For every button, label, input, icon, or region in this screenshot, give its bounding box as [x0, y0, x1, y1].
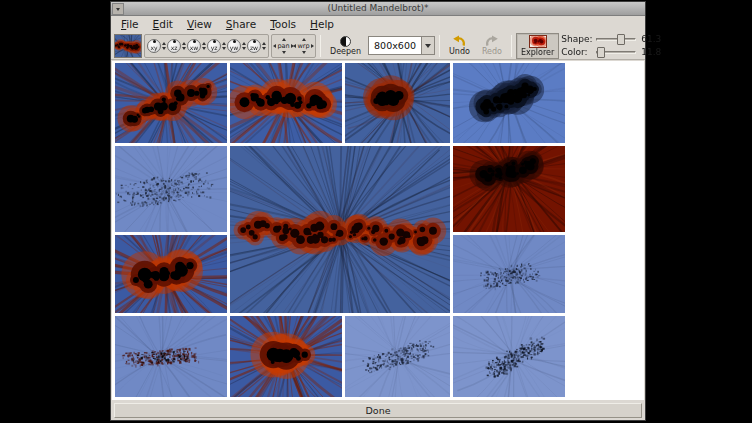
- pan-down-icon[interactable]: [282, 51, 286, 54]
- window-title: (Untitled Mandelbrot)*: [111, 2, 645, 15]
- undo-button[interactable]: Undo: [444, 33, 475, 59]
- explorer-mutation-tile[interactable]: [453, 316, 565, 397]
- menu-file[interactable]: File: [114, 16, 146, 32]
- dial-marker: [213, 40, 216, 43]
- spin-up-icon[interactable]: [242, 42, 246, 45]
- color-value: 11.8: [639, 47, 661, 57]
- size-select-dropdown-button[interactable]: [421, 37, 434, 54]
- dial-xy-spinner[interactable]: [162, 42, 166, 50]
- spin-down-icon[interactable]: [202, 47, 206, 50]
- explorer-toggle-button[interactable]: Explorer: [516, 33, 559, 59]
- spin-up-icon[interactable]: [262, 42, 266, 45]
- dial-marker: [153, 40, 156, 43]
- dial-marker: [233, 40, 236, 43]
- pan-control[interactable]: pan: [274, 38, 293, 54]
- app-window: (Untitled Mandelbrot)* File Edit View Sh…: [110, 1, 646, 421]
- menu-tools[interactable]: Tools: [263, 16, 303, 32]
- spin-down-icon[interactable]: [162, 47, 166, 50]
- warp-control[interactable]: wrp: [294, 38, 313, 54]
- warp-down-icon[interactable]: [302, 51, 306, 54]
- undo-icon: [452, 35, 466, 47]
- pan-up-icon[interactable]: [282, 38, 286, 41]
- pan-warp-group: pan wrp: [271, 34, 316, 58]
- status-text: Done: [366, 405, 391, 416]
- color-slider[interactable]: [596, 47, 636, 58]
- explorer-mutation-tile[interactable]: [345, 316, 450, 397]
- deepen-button[interactable]: Deepen: [325, 33, 366, 59]
- chevron-down-icon: [425, 44, 431, 48]
- shape-label: Shape:: [561, 34, 593, 44]
- shape-value: 61.3: [639, 34, 661, 44]
- menu-edit[interactable]: Edit: [146, 16, 180, 32]
- menu-view[interactable]: View: [180, 16, 219, 32]
- warp-left-icon[interactable]: [293, 44, 296, 48]
- dial-xw-spinner[interactable]: [202, 42, 206, 50]
- toolbar: xy xz xw yz yw zw: [111, 32, 645, 60]
- titlebar[interactable]: (Untitled Mandelbrot)*: [111, 2, 645, 16]
- explorer-mutation-tile[interactable]: [115, 63, 227, 143]
- dial-xy-knob[interactable]: xy: [147, 39, 161, 53]
- status-bar: Done: [114, 403, 642, 418]
- dial-xw[interactable]: xw: [187, 39, 206, 53]
- spin-up-icon[interactable]: [162, 42, 166, 45]
- explorer-mutation-tile[interactable]: [453, 235, 565, 313]
- dial-marker: [253, 40, 256, 43]
- dial-marker: [173, 40, 176, 43]
- warp-up-icon[interactable]: [302, 38, 306, 41]
- shape-slider-handle[interactable]: [617, 34, 625, 45]
- size-select-value: 800x600: [369, 37, 421, 54]
- pan-left-icon[interactable]: [273, 44, 276, 48]
- window-menu-button[interactable]: [112, 3, 124, 15]
- explorer-mutation-tile[interactable]: [345, 63, 450, 143]
- fractal-preview-thumbnail[interactable]: [114, 34, 142, 58]
- shape-slider[interactable]: [596, 34, 636, 45]
- explorer-mutation-tile[interactable]: [230, 316, 342, 397]
- dial-xz-knob[interactable]: xz: [167, 39, 181, 53]
- redo-button[interactable]: Redo: [477, 33, 507, 59]
- rotation-dials-group: xy xz xw yz yw zw: [144, 34, 269, 58]
- redo-icon: [485, 35, 499, 47]
- dial-yz-knob[interactable]: yz: [207, 39, 221, 53]
- dial-xz[interactable]: xz: [167, 39, 186, 53]
- window-menu-icon: [116, 8, 120, 11]
- dial-yw-knob[interactable]: yw: [227, 39, 241, 53]
- warp-label: wrp: [297, 42, 309, 50]
- color-label: Color:: [561, 47, 593, 57]
- menu-share[interactable]: Share: [219, 16, 263, 32]
- spin-down-icon[interactable]: [182, 47, 186, 50]
- explorer-mutation-tile[interactable]: [115, 146, 227, 232]
- toolbar-separator: [439, 35, 440, 57]
- spin-down-icon[interactable]: [222, 47, 226, 50]
- dial-zw-knob[interactable]: zw: [247, 39, 261, 53]
- explorer-mutation-tile[interactable]: [453, 146, 565, 232]
- spin-down-icon[interactable]: [262, 47, 266, 50]
- dial-zw-spinner[interactable]: [262, 42, 266, 50]
- explorer-mutation-tile[interactable]: [115, 316, 227, 397]
- dial-yw-spinner[interactable]: [242, 42, 246, 50]
- weirdness-sliders: Shape: 61.3 Color: 11.8: [561, 34, 663, 58]
- dial-xw-knob[interactable]: xw: [187, 39, 201, 53]
- dial-marker: [193, 40, 196, 43]
- warp-right-icon[interactable]: [311, 44, 314, 48]
- main-fractal-view[interactable]: [230, 146, 450, 313]
- size-select[interactable]: 800x600: [368, 36, 435, 55]
- menu-help[interactable]: Help: [303, 16, 341, 32]
- dial-yz-spinner[interactable]: [222, 42, 226, 50]
- toolbar-separator: [511, 35, 512, 57]
- dial-xy[interactable]: xy: [147, 39, 166, 53]
- dial-zw[interactable]: zw: [247, 39, 266, 53]
- dial-yz[interactable]: yz: [207, 39, 226, 53]
- spin-up-icon[interactable]: [202, 42, 206, 45]
- explorer-grid: [115, 63, 565, 397]
- spin-up-icon[interactable]: [222, 42, 226, 45]
- dial-xz-spinner[interactable]: [182, 42, 186, 50]
- explorer-icon: [529, 35, 547, 48]
- spin-down-icon[interactable]: [242, 47, 246, 50]
- explorer-mutation-tile[interactable]: [453, 63, 565, 143]
- explorer-mutation-tile[interactable]: [230, 63, 342, 143]
- dial-yw[interactable]: yw: [227, 39, 246, 53]
- color-slider-handle[interactable]: [597, 47, 605, 58]
- spin-up-icon[interactable]: [182, 42, 186, 45]
- toolbar-separator: [320, 35, 321, 57]
- explorer-mutation-tile[interactable]: [115, 235, 227, 313]
